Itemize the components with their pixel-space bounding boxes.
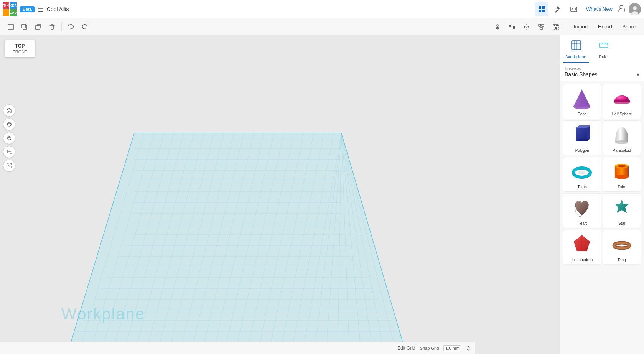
- anchor-button[interactable]: [491, 21, 504, 33]
- shape-item-polygon[interactable]: Polygon: [563, 120, 601, 155]
- svg-marker-19: [527, 26, 529, 28]
- svg-rect-98: [600, 43, 608, 48]
- tab-workplane[interactable]: Workplane: [563, 38, 589, 63]
- svg-point-92: [8, 165, 10, 166]
- svg-rect-2: [539, 10, 541, 12]
- shapes-row-0: Cone: [563, 84, 641, 119]
- whats-new-button[interactable]: What's New: [583, 5, 616, 13]
- halfsphere-icon: [610, 87, 633, 110]
- svg-point-108: [614, 100, 630, 104]
- shape-item-halfsphere[interactable]: Half Sphere: [603, 84, 641, 119]
- view-cube-front-label: FRONT: [8, 49, 32, 54]
- shapes-row-2: Torus: [563, 157, 641, 192]
- shapes-row-1: Polygon: [563, 120, 641, 155]
- delete-button[interactable]: [46, 21, 58, 33]
- svg-rect-12: [22, 24, 26, 28]
- heart-label: Heart: [578, 221, 587, 226]
- align-button[interactable]: [506, 21, 518, 33]
- heart-icon: [571, 197, 594, 220]
- zoom-out-button[interactable]: [3, 146, 15, 158]
- export-button[interactable]: Export: [594, 22, 616, 31]
- snap-grid-value[interactable]: 1.0 mm: [443, 345, 461, 351]
- polygon-label: Polygon: [575, 148, 589, 153]
- zoom-in-button[interactable]: [3, 132, 15, 144]
- shape-item-torus[interactable]: Torus: [563, 157, 601, 192]
- svg-rect-25: [556, 25, 558, 26]
- star-label: Star: [618, 221, 625, 226]
- right-panel: › Workplane: [560, 35, 644, 354]
- 3d-viewport[interactable]: TOP FRONT: [0, 35, 560, 354]
- svg-rect-3: [542, 10, 545, 12]
- new-shape-button[interactable]: [5, 21, 17, 33]
- home-view-button[interactable]: [3, 104, 15, 117]
- group-button[interactable]: [535, 21, 547, 33]
- document-title[interactable]: Cool Allis: [47, 6, 69, 12]
- svg-point-83: [7, 122, 11, 126]
- user-avatar[interactable]: [629, 3, 641, 15]
- shape-brand-label: Tinkercad: [565, 66, 639, 71]
- shape-library-selector[interactable]: Tinkercad Basic Shapes ▾: [560, 63, 644, 81]
- workplane-tab-label: Workplane: [566, 54, 586, 59]
- icosahedron-icon: [571, 233, 594, 256]
- shape-item-tube[interactable]: Tube: [603, 157, 641, 192]
- redo-button[interactable]: [79, 21, 91, 33]
- view-cube[interactable]: TOP FRONT: [5, 40, 35, 58]
- shape-item-paraboloid[interactable]: Paraboloid: [603, 120, 641, 155]
- copy-button[interactable]: [32, 21, 44, 33]
- bottom-status-bar: Edit Grid Snap Grid 1.0 mm: [0, 342, 475, 354]
- workplane-svg: [0, 35, 560, 354]
- snap-grid-stepper-icon[interactable]: [466, 346, 471, 351]
- svg-rect-16: [513, 26, 515, 29]
- shape-item-heart[interactable]: Heart: [563, 193, 601, 228]
- ring-label: Ring: [618, 258, 626, 262]
- svg-rect-26: [555, 27, 557, 29]
- top-navigation: TIN KER CAD Beta ☰ Cool Allis: [0, 0, 644, 18]
- duplicate-button[interactable]: [18, 21, 31, 33]
- svg-rect-24: [554, 25, 555, 26]
- add-user-button[interactable]: [618, 4, 626, 14]
- import-button[interactable]: Import: [570, 22, 592, 31]
- logo-cad: CAD: [10, 9, 17, 16]
- svg-rect-1: [542, 6, 545, 9]
- shape-item-ring[interactable]: Ring: [603, 230, 641, 265]
- cone-icon: [571, 87, 594, 110]
- svg-rect-21: [542, 24, 544, 26]
- svg-point-116: [578, 171, 586, 175]
- document-icon: ☰: [38, 5, 44, 13]
- svg-rect-0: [539, 6, 541, 9]
- share-button[interactable]: Share: [618, 22, 639, 31]
- hammer-btn[interactable]: [551, 2, 565, 16]
- paraboloid-icon: [610, 124, 633, 147]
- svg-rect-10: [8, 24, 13, 30]
- tab-ruler[interactable]: Ruler: [595, 38, 612, 63]
- shapes-row-3: Heart: [563, 193, 641, 228]
- panel-collapse-button[interactable]: ›: [560, 187, 560, 203]
- shape-item-icosahedron[interactable]: Icosahedron: [563, 230, 601, 265]
- svg-rect-93: [572, 41, 581, 50]
- shape-item-star[interactable]: Star: [603, 193, 641, 228]
- shape-category-name: Basic Shapes: [565, 71, 598, 77]
- ring-icon: [610, 233, 633, 256]
- svg-marker-111: [587, 125, 590, 141]
- app-logo[interactable]: TIN KER CAD: [3, 2, 17, 16]
- orbit-button[interactable]: [3, 118, 15, 130]
- cone-label: Cone: [578, 112, 587, 116]
- svg-rect-15: [509, 25, 511, 27]
- edit-grid-label[interactable]: Edit Grid: [397, 346, 415, 351]
- grid-view-btn[interactable]: [535, 2, 548, 16]
- fit-view-button[interactable]: [3, 160, 15, 172]
- snap-grid-label: Snap Grid: [420, 346, 439, 351]
- code-btn[interactable]: [567, 2, 581, 16]
- undo-button[interactable]: [65, 21, 77, 33]
- logo-ker: KER: [10, 2, 17, 9]
- svg-point-121: [618, 165, 626, 168]
- ungroup-button[interactable]: [550, 21, 562, 33]
- view-cube-top-label: TOP: [8, 43, 32, 49]
- shape-category-dropdown-icon[interactable]: ▾: [637, 71, 639, 77]
- mirror-button[interactable]: [520, 21, 533, 33]
- svg-rect-13: [36, 25, 40, 30]
- logo-tin: TIN: [3, 2, 9, 9]
- camera-controls: [3, 104, 15, 172]
- nav-right-actions: What's New: [535, 2, 641, 16]
- shape-item-cone[interactable]: Cone: [563, 84, 601, 119]
